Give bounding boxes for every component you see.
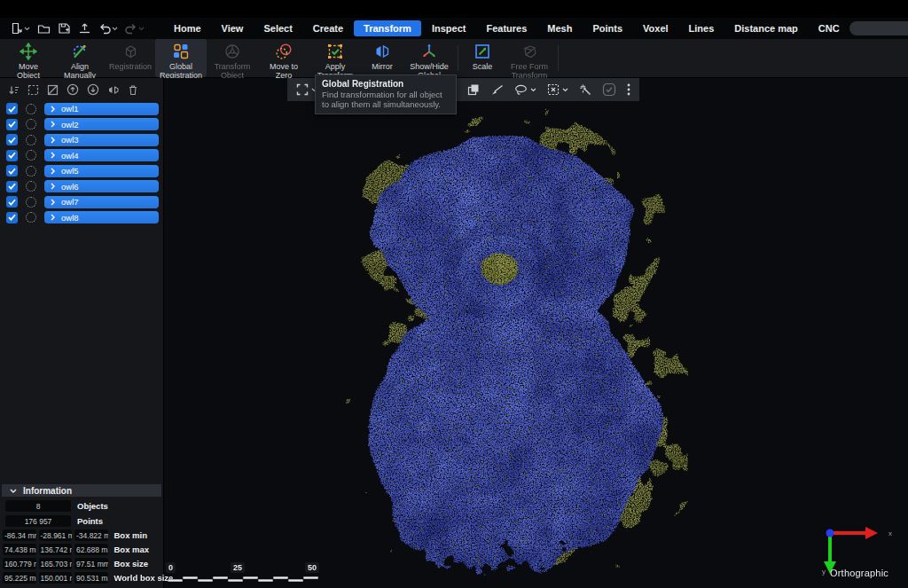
redo-button[interactable]	[123, 21, 146, 36]
expand-chevron-icon[interactable]	[51, 106, 55, 113]
move-up-button[interactable]	[67, 83, 79, 96]
tab-mesh[interactable]: Mesh	[537, 20, 582, 36]
object-pill[interactable]: owl5	[44, 165, 159, 177]
apply-transform-button[interactable]: Apply Transform	[309, 39, 361, 77]
object-row: owl1	[6, 103, 159, 115]
delete-button[interactable]	[128, 84, 138, 96]
visibility-checkbox[interactable]	[6, 196, 18, 208]
tab-select[interactable]: Select	[254, 20, 301, 36]
axis-x-label: x	[888, 529, 892, 537]
axis-y-label: y	[822, 568, 826, 576]
undo-button[interactable]	[97, 21, 120, 36]
mirror-button[interactable]: Mirror	[361, 39, 403, 77]
tab-points[interactable]: Points	[583, 20, 632, 36]
sort-button[interactable]	[8, 84, 20, 96]
tab-view[interactable]: View	[212, 20, 254, 36]
duplicate-button[interactable]	[467, 83, 480, 96]
expand-chevron-icon[interactable]	[51, 214, 55, 221]
info-row-points: 176 957 Points	[3, 515, 163, 527]
expand-chevron-icon[interactable]	[51, 152, 55, 159]
search-box[interactable]	[849, 21, 908, 35]
undo-icon	[98, 23, 111, 35]
brush-select-button[interactable]	[490, 84, 504, 96]
search-input[interactable]	[855, 24, 908, 34]
import-button[interactable]	[8, 20, 32, 36]
projection-label: Orthographic	[830, 568, 888, 578]
open-button[interactable]	[35, 21, 52, 36]
visibility-checkbox[interactable]	[6, 150, 18, 161]
tab-distance-map[interactable]: Distance map	[724, 20, 808, 36]
transform-object-button[interactable]: Transform Object	[207, 39, 258, 77]
ribbon-separator	[558, 45, 559, 71]
visibility-checkbox[interactable]	[6, 119, 18, 130]
tab-voxel[interactable]: Voxel	[633, 20, 678, 36]
move-object-icon	[20, 43, 37, 60]
global-registration-button[interactable]: Global Registration	[155, 39, 207, 77]
scale-button[interactable]: Scale	[461, 39, 504, 77]
point-cloud-type-icon	[26, 166, 36, 176]
tab-lines[interactable]: Lines	[679, 20, 724, 36]
viewport-3d[interactable]: Global Registration Find transformation …	[164, 78, 908, 588]
info-row-objects: 8 Objects	[3, 500, 163, 512]
clone-button[interactable]	[107, 84, 120, 96]
kebab-menu-icon	[627, 83, 630, 96]
axis-gizmo[interactable]: x y Orthographic	[814, 518, 903, 583]
chevron-down-icon	[112, 27, 118, 31]
box-min-y: -28.961 mm	[39, 529, 73, 541]
menu-bar: Home View Select Create Transform Inspec…	[0, 18, 908, 39]
chevron-down-icon	[10, 489, 17, 493]
object-pill[interactable]: owl7	[44, 196, 159, 208]
save-button[interactable]	[56, 20, 73, 36]
world-box-size-z: 90.531 mm	[74, 572, 108, 584]
information-header[interactable]: Information	[2, 484, 161, 497]
select-all-button[interactable]	[27, 84, 39, 96]
expand-chevron-icon[interactable]	[51, 137, 55, 144]
object-pill[interactable]: owl1	[44, 103, 159, 115]
tooltip: Global Registration Find transformation …	[315, 74, 457, 114]
move-object-button[interactable]: Move Object	[3, 39, 54, 77]
tab-create[interactable]: Create	[303, 20, 353, 36]
object-pill[interactable]: owl8	[44, 211, 159, 223]
object-row: owl8	[6, 212, 159, 224]
object-pill[interactable]: owl2	[44, 118, 159, 130]
tab-inspect[interactable]: Inspect	[422, 20, 476, 36]
lasso-select-button[interactable]	[514, 84, 536, 96]
expand-chevron-icon[interactable]	[51, 183, 55, 190]
point-cloud-canvas[interactable]	[164, 78, 908, 588]
expand-chevron-icon[interactable]	[51, 168, 55, 175]
registration-button[interactable]: Registration	[106, 39, 155, 77]
expand-chevron-icon[interactable]	[51, 121, 55, 128]
visibility-checkbox[interactable]	[6, 103, 18, 114]
visibility-checkbox[interactable]	[6, 134, 18, 145]
title-bar	[0, 0, 908, 18]
export-button[interactable]	[76, 20, 93, 36]
points-value: 176 957	[5, 515, 71, 527]
expand-chevron-icon[interactable]	[51, 199, 55, 206]
tab-features[interactable]: Features	[476, 20, 536, 36]
object-pill[interactable]: owl4	[44, 149, 159, 161]
deselect-button[interactable]	[47, 84, 59, 96]
move-to-zero-icon	[275, 43, 293, 60]
align-manually-button[interactable]: Align Manually	[54, 39, 106, 77]
free-form-transform-button[interactable]: Free Form Transform	[504, 39, 555, 77]
magic-wand-button[interactable]	[579, 83, 591, 96]
tab-transform[interactable]: Transform	[354, 20, 421, 36]
move-down-button[interactable]	[87, 83, 99, 96]
deselect-box-button[interactable]	[547, 83, 568, 96]
scale-ruler	[168, 576, 320, 583]
confirm-button[interactable]	[602, 82, 616, 97]
visibility-checkbox[interactable]	[6, 181, 18, 192]
object-pill[interactable]: owl3	[44, 134, 159, 146]
info-row-box-max: 74.438 mm 136.742 mm 62.688 mm Box max	[3, 544, 163, 555]
move-to-zero-button[interactable]: Move to Zero	[258, 39, 309, 77]
tab-cnc[interactable]: CNC	[809, 20, 849, 36]
brush-icon	[490, 84, 504, 96]
tab-home[interactable]: Home	[164, 20, 211, 36]
toolbar-menu-button[interactable]	[627, 83, 630, 96]
visibility-checkbox[interactable]	[6, 165, 18, 176]
box-max-z: 62.688 mm	[74, 544, 108, 555]
ribbon-separator	[458, 45, 458, 71]
visibility-checkbox[interactable]	[6, 212, 18, 223]
show-hide-global-basis-button[interactable]: Show/Hide Global Basis	[403, 39, 455, 77]
object-pill[interactable]: owl6	[44, 180, 159, 192]
